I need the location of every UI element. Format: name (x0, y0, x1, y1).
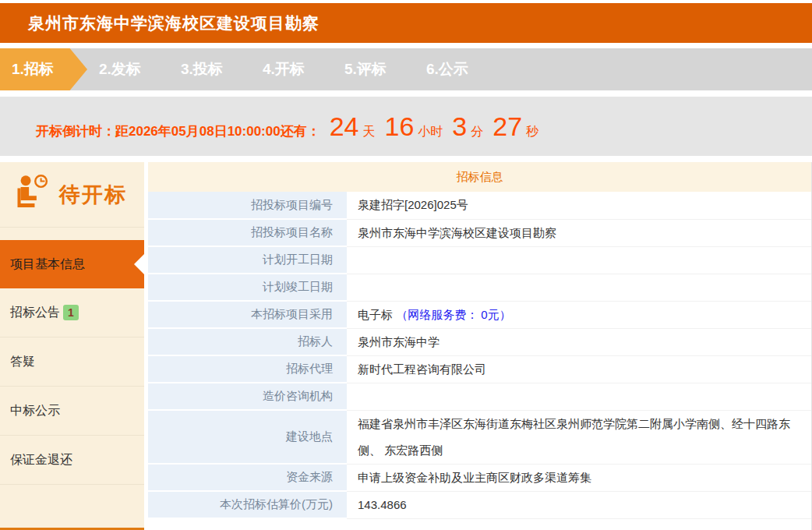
row-label: 造价咨询机构 (148, 383, 347, 410)
table-row: 本次招标估算价(万元) 143.4866 (148, 491, 811, 518)
row-label: 招标代理 (148, 355, 347, 383)
tender-info-table: 招投标项目编号 泉建招字[2026]025号 招投标项目名称 泉州市东海中学滨海… (148, 192, 811, 519)
step-3-bid[interactable]: 3.投标 (169, 48, 251, 90)
sidebar-item-label: 项目基本信息 (10, 256, 85, 273)
row-label: 招投标项目编号 (148, 192, 347, 219)
step-5-evaluation[interactable]: 5.评标 (333, 48, 415, 90)
table-row: 招标代理 新时代工程咨询有限公司 (148, 355, 811, 383)
sidebar-item-basic-info[interactable]: 项目基本信息 (0, 240, 144, 288)
page: 泉州市东海中学滨海校区建设项目勘察 1.招标 2.发标 3.投标 4.开标 5.… (0, 0, 812, 530)
sidebar-item-label: 答疑 (10, 354, 35, 370)
content-area: 待开标 项目基本信息 招标公告 1 答疑 中标公示 保证金退还 (0, 162, 812, 530)
sidebar-item-deposit-refund[interactable]: 保证金退还 (0, 436, 144, 485)
row-label: 建设地点 (148, 410, 347, 464)
table-row: 计划开工日期 (148, 246, 811, 274)
step-label: 4.开标 (263, 59, 305, 80)
table-row: 资金来源 申请上级资金补助及业主商区财政多渠道筹集 (148, 464, 811, 491)
row-label: 本招标项目采用 (148, 301, 347, 328)
status-label: 待开标 (59, 181, 127, 209)
table-row: 招投标项目编号 泉建招字[2026]025号 (148, 192, 811, 219)
table-row: 造价咨询机构 (148, 383, 811, 410)
row-label: 本次招标估算价(万元) (148, 491, 347, 518)
row-value (347, 274, 811, 301)
row-value (347, 383, 811, 410)
count-badge: 1 (63, 305, 79, 320)
countdown-days: 24 (330, 111, 359, 142)
row-label: 计划开工日期 (148, 246, 347, 274)
sidebar-menu: 项目基本信息 招标公告 1 答疑 中标公示 保证金退还 (0, 240, 144, 485)
countdown-bar: 开标倒计时： 距2026年05月08日10:00:00还有： 24 天 16 小… (0, 97, 812, 156)
countdown-minutes: 3 (452, 111, 467, 142)
table-row: 建设地点 福建省泉州市丰泽区东海街道东梅社区泉州师范学院第二附属小学南侧、经十四… (148, 410, 811, 464)
status-badge: 待开标 (0, 162, 144, 228)
step-label: 5.评标 (344, 59, 387, 80)
step-label: 2.发标 (99, 59, 141, 80)
row-label: 计划竣工日期 (148, 274, 347, 301)
sidebar-item-qa[interactable]: 答疑 (0, 337, 144, 387)
row-value: 申请上级资金补助及业主商区财政多渠道筹集 (347, 464, 811, 491)
step-1-tender[interactable]: 1.招标 (0, 48, 87, 90)
table-row: 计划竣工日期 (148, 274, 811, 301)
row-value: 新时代工程咨询有限公司 (347, 355, 811, 383)
step-4-opening[interactable]: 4.开标 (251, 48, 333, 90)
countdown-hours: 16 (385, 111, 415, 142)
sidebar-item-award-publicity[interactable]: 中标公示 (0, 387, 144, 436)
table-title: 招标信息 (148, 162, 811, 192)
sidebar-item-label: 保证金退还 (10, 452, 72, 468)
bid-type-value: 电子标 (358, 308, 393, 321)
countdown-seconds: 27 (492, 111, 522, 142)
row-value (347, 246, 811, 274)
table-row: 招标人 泉州市东海中学 (148, 328, 811, 355)
step-label: 1.招标 (12, 59, 54, 80)
row-value: 泉州市东海中学 (347, 328, 811, 355)
row-value: 福建省泉州市丰泽区东海街道东梅社区泉州师范学院第二附属小学南侧、经十四路东侧、 … (347, 410, 811, 464)
table-row: 招投标项目名称 泉州市东海中学滨海校区建设项目勘察 (148, 219, 811, 246)
main-panel: 招标信息 招投标项目编号 泉建招字[2026]025号 招投标项目名称 泉州市东… (148, 162, 812, 530)
countdown-text: 开标倒计时： 距2026年05月08日10:00:00还有： 24 天 16 小… (36, 111, 538, 142)
row-label: 招投标项目名称 (148, 219, 347, 246)
step-label: 3.投标 (181, 59, 223, 80)
page-title: 泉州市东海中学滨海校区建设项目勘察 (28, 12, 320, 34)
sidebar: 待开标 项目基本信息 招标公告 1 答疑 中标公示 保证金退还 (0, 162, 144, 530)
countdown-minutes-unit: 分 (471, 124, 483, 140)
step-6-publicity[interactable]: 6.公示 (415, 48, 496, 90)
header-bar: 泉州市东海中学滨海校区建设项目勘察 (0, 3, 812, 43)
person-waiting-clock-icon (12, 173, 53, 217)
sidebar-item-announcement[interactable]: 招标公告 1 (0, 288, 144, 337)
countdown-until: 距2026年05月08日10:00:00还有： (115, 122, 320, 140)
sidebar-item-label: 中标公示 (10, 403, 60, 419)
sidebar-item-label: 招标公告 (10, 305, 60, 321)
row-value: 泉建招字[2026]025号 (347, 192, 811, 219)
countdown-days-unit: 天 (363, 124, 376, 140)
process-steps-bar: 1.招标 2.发标 3.投标 4.开标 5.评标 6.公示 (0, 48, 812, 90)
active-indicator-arrow-icon (134, 254, 144, 274)
countdown-prefix: 开标倒计时： (36, 122, 115, 140)
step-label: 6.公示 (426, 59, 468, 80)
countdown-hours-unit: 小时 (418, 124, 443, 140)
row-label: 资金来源 (148, 464, 347, 491)
table-row: 本招标项目采用 电子标 （网络服务费： 0元） (148, 301, 811, 328)
row-value: 泉州市东海中学滨海校区建设项目勘察 (347, 219, 811, 246)
row-value: 电子标 （网络服务费： 0元） (347, 301, 811, 328)
step-2-issue[interactable]: 2.发标 (87, 48, 169, 90)
row-value: 143.4866 (347, 491, 811, 518)
network-fee-link[interactable]: （网络服务费： 0元） (396, 308, 511, 321)
row-label: 招标人 (148, 328, 347, 355)
countdown-seconds-unit: 秒 (526, 124, 538, 140)
